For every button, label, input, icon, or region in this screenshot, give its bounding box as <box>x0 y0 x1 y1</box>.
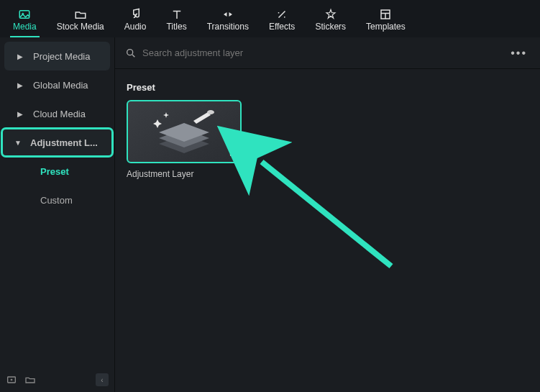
tab-media[interactable]: Media <box>3 0 47 37</box>
search-bar: ••• <box>115 37 540 69</box>
tab-label: Stickers <box>315 22 346 32</box>
templates-icon <box>379 7 392 22</box>
chevron-right-icon: ▶ <box>17 110 27 118</box>
search-input[interactable] <box>142 47 508 58</box>
more-options-button[interactable]: ••• <box>508 44 530 63</box>
sidebar-footer: ‹ <box>6 373 109 386</box>
cloud-folder-icon <box>74 7 87 22</box>
sidebar-item-label: Cloud Media <box>33 109 86 119</box>
sidebar-item-global-media[interactable]: ▶ Global Media <box>4 70 110 99</box>
tab-label: Effects <box>269 22 295 32</box>
music-note-icon <box>129 7 142 22</box>
tab-audio[interactable]: Audio <box>114 0 157 37</box>
search-icon <box>125 47 137 59</box>
tab-effects[interactable]: Effects <box>259 0 305 37</box>
check-icon: ✓ <box>229 149 236 159</box>
sidebar-subitem-custom[interactable]: Custom <box>0 186 114 214</box>
tab-stock-media[interactable]: Stock Media <box>47 0 114 37</box>
content-panel: ••• Preset ✓ Adjustment Layer <box>115 37 540 392</box>
folder-icon[interactable] <box>24 374 36 386</box>
preset-item[interactable]: ✓ Adjustment Layer <box>127 100 242 179</box>
tab-stickers[interactable]: Stickers <box>305 0 356 37</box>
chevron-right-icon: ▶ <box>17 81 27 89</box>
sidebar-subitem-preset[interactable]: Preset <box>0 157 114 186</box>
sidebar-subitem-label: Preset <box>40 166 69 177</box>
chevron-right-icon: ▶ <box>17 53 27 60</box>
tab-transitions[interactable]: Transitions <box>197 0 259 37</box>
add-folder-icon[interactable] <box>6 374 17 386</box>
sidebar-item-cloud-media[interactable]: ▶ Cloud Media <box>4 99 110 128</box>
stickers-icon <box>324 7 337 22</box>
collapse-sidebar-button[interactable]: ‹ <box>96 373 109 386</box>
preset-thumbnail[interactable]: ✓ <box>127 100 242 163</box>
top-tabs: Media Stock Media Audio Titles Transitio… <box>0 0 540 37</box>
sidebar-item-project-media[interactable]: ▶ Project Media <box>4 42 110 70</box>
sidebar-subitem-label: Custom <box>40 195 73 206</box>
sidebar-item-label: Project Media <box>33 51 90 62</box>
tab-label: Audio <box>124 22 147 32</box>
text-icon <box>170 7 183 22</box>
adjustment-layer-icon <box>145 106 224 157</box>
chevron-left-icon: ‹ <box>101 376 103 384</box>
tab-templates[interactable]: Templates <box>356 0 416 37</box>
tab-label: Stock Media <box>57 22 104 32</box>
sidebar-item-label: Global Media <box>33 80 88 91</box>
sidebar-item-label: Adjustment L... <box>30 137 98 148</box>
preset-label: Adjustment Layer <box>127 169 242 179</box>
tab-label: Templates <box>366 22 406 32</box>
media-icon <box>18 7 31 22</box>
sidebar-item-adjustment-layer[interactable]: ▼ Adjustment L... <box>1 128 113 157</box>
chevron-down-icon: ▼ <box>14 139 24 147</box>
tab-label: Transitions <box>207 22 249 32</box>
section-title: Preset <box>121 69 540 100</box>
sidebar: ▶ Project Media ▶ Global Media ▶ Cloud M… <box>0 37 115 392</box>
svg-point-4 <box>127 49 133 55</box>
magic-wand-icon <box>275 7 288 22</box>
tab-label: Titles <box>166 22 186 32</box>
tab-label: Media <box>13 22 37 32</box>
tab-titles[interactable]: Titles <box>156 0 196 37</box>
svg-point-8 <box>207 110 214 114</box>
transitions-icon <box>221 7 234 22</box>
